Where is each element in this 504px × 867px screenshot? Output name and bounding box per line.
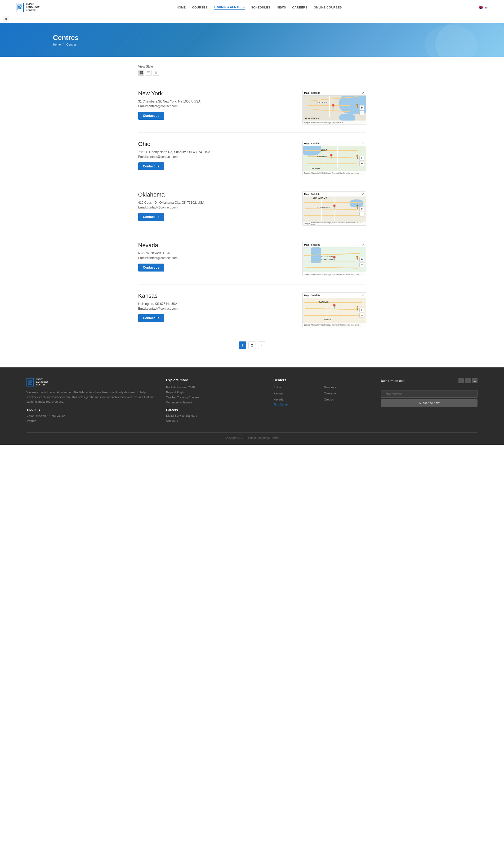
street-view-icon[interactable]: 🧍 bbox=[355, 104, 360, 108]
footer-careers-title: Careers bbox=[166, 408, 263, 412]
map-tab[interactable]: Map bbox=[304, 244, 309, 246]
footer-explore-link-1[interactable]: English Summer 2018 bbox=[166, 386, 263, 389]
footer-careers-link-2[interactable]: Our work bbox=[166, 419, 263, 422]
zoom-in-button[interactable]: + bbox=[360, 156, 364, 161]
footer-city-oregon[interactable]: Oregon bbox=[324, 398, 370, 401]
zoom-in-button[interactable]: + bbox=[360, 206, 364, 211]
svg-point-13 bbox=[156, 72, 156, 73]
subscribe-button[interactable]: Subscribe now bbox=[381, 399, 478, 407]
map-footer: Google Map data ©2018 Google, INEGI Term… bbox=[303, 222, 366, 225]
map-footer-text: Map data ©2018 Google, INEGI Terms of Us… bbox=[311, 222, 365, 225]
fullscreen-icon[interactable]: ⤢ bbox=[362, 243, 364, 246]
fullscreen-icon[interactable]: ⤢ bbox=[362, 294, 364, 297]
contact-us-button-oklahoma[interactable]: Contact us bbox=[138, 213, 164, 221]
facebook-icon[interactable]: f bbox=[459, 378, 464, 383]
logo[interactable]: SUPER LANGUAGE CENTER bbox=[16, 3, 40, 12]
footer-city-nevada[interactable]: Nevada bbox=[273, 398, 320, 401]
map-tab[interactable]: Map bbox=[304, 193, 309, 195]
footer-careers-link-1[interactable]: Digitsl Service Standard bbox=[166, 414, 263, 417]
google-plus-icon[interactable]: G bbox=[472, 378, 478, 383]
footer-explore-link-3[interactable]: Teacher Training Courses bbox=[166, 396, 263, 399]
grid-view-button[interactable] bbox=[138, 70, 144, 76]
svg-rect-2 bbox=[20, 6, 21, 7]
fullscreen-icon[interactable]: ⤢ bbox=[362, 193, 364, 195]
footer-centers-column: Centers Chicago New York Kansas Colorado… bbox=[273, 378, 370, 424]
breadcrumb: Home / Centres bbox=[53, 43, 79, 46]
footer-city-chicago[interactable]: Chicago bbox=[273, 386, 320, 389]
zoom-out-button[interactable]: − bbox=[360, 110, 364, 115]
nav-news[interactable]: NEWS bbox=[277, 6, 286, 9]
map-placeholder: KANSAS Wichita Map Satellite ⤢ 📍 🧍 + − G… bbox=[303, 293, 366, 327]
nav-schedules[interactable]: SCHEDULES bbox=[251, 6, 270, 9]
page-2-button[interactable]: 2 bbox=[248, 341, 256, 349]
map-road-v2 bbox=[337, 143, 338, 168]
svg-rect-17 bbox=[31, 381, 32, 382]
nav-online-courses[interactable]: ONLINE COURSES bbox=[314, 6, 342, 9]
zoom-out-button[interactable]: − bbox=[360, 212, 364, 216]
footer-city-colorado[interactable]: Colorado bbox=[324, 392, 370, 395]
map-tab[interactable]: Map bbox=[304, 92, 309, 94]
header: SUPER LANGUAGE CENTER HOME COURSES TRAIN… bbox=[0, 0, 504, 15]
email-subscribe-input[interactable] bbox=[381, 390, 478, 398]
centre-name: Nevada bbox=[138, 242, 292, 249]
next-page-button[interactable]: › bbox=[258, 341, 265, 349]
zoom-out-button[interactable]: − bbox=[360, 313, 364, 318]
map-view-button[interactable] bbox=[153, 70, 159, 76]
svg-rect-19 bbox=[31, 382, 32, 383]
zoom-out-button[interactable]: − bbox=[360, 262, 364, 267]
street-view-icon[interactable]: 🧍 bbox=[355, 154, 360, 159]
street-view-icon[interactable]: 🧍 bbox=[355, 306, 360, 310]
map-label-kansas: KANSAS bbox=[319, 301, 329, 303]
zoom-out-button[interactable]: − bbox=[360, 161, 364, 166]
contact-us-button-ohio[interactable]: Contact us bbox=[138, 162, 164, 170]
zoom-in-button[interactable]: + bbox=[360, 308, 364, 312]
footer-city-kansas[interactable]: Kansas bbox=[273, 392, 320, 395]
map-pin: 📍 bbox=[332, 256, 337, 261]
footer-explore-link-4[interactable]: Community Network bbox=[166, 401, 263, 404]
footer-explore-link-2[interactable]: Beyond English bbox=[166, 391, 263, 394]
footer-city-newyork[interactable]: New York bbox=[324, 386, 370, 389]
map-placeholder: OHIO Columbus Cincinnati Map Satellite ⤢… bbox=[303, 141, 366, 175]
language-selector[interactable]: 🇬🇧 en bbox=[479, 5, 488, 10]
centre-address: Hoisington, KS 67544, USA bbox=[138, 302, 292, 306]
nav-training-centres[interactable]: TRAINING CENTRES bbox=[214, 5, 245, 10]
fullscreen-icon[interactable]: ⤢ bbox=[362, 92, 364, 94]
nav-home[interactable]: HOME bbox=[176, 6, 186, 9]
settings-button[interactable]: ⚙ bbox=[3, 16, 9, 22]
social-icons: f t G bbox=[459, 378, 478, 383]
logo-text: SUPER LANGUAGE CENTER bbox=[26, 3, 40, 12]
page-1-button[interactable]: 1 bbox=[239, 341, 246, 349]
map-label-ohio: OHIO bbox=[321, 149, 328, 151]
find-center-link[interactable]: Find Center bbox=[273, 403, 370, 406]
twitter-icon[interactable]: t bbox=[465, 378, 471, 383]
fullscreen-icon[interactable]: ⤢ bbox=[362, 142, 364, 145]
street-view-icon[interactable]: 🧍 bbox=[355, 205, 360, 209]
footer-about-link-2[interactable]: Awards bbox=[26, 419, 156, 422]
centre-email: Email:contact@contact.com bbox=[138, 256, 292, 260]
map-footer-text: Map data ©2018 Google Terms of Use bbox=[311, 121, 343, 124]
nav-courses[interactable]: COURSES bbox=[192, 6, 207, 9]
list-view-button[interactable] bbox=[146, 70, 151, 76]
satellite-tab[interactable]: Satellite bbox=[311, 142, 321, 145]
map-tab[interactable]: Map bbox=[304, 294, 309, 297]
zoom-in-button[interactable]: + bbox=[360, 105, 364, 110]
footer-about-link-1[interactable]: Vision, Mission & Core Values bbox=[26, 414, 156, 417]
contact-us-button-kansas[interactable]: Contact us bbox=[138, 314, 164, 322]
nav-careers[interactable]: CAREERS bbox=[292, 6, 307, 9]
satellite-tab[interactable]: Satellite bbox=[311, 294, 321, 297]
breadcrumb-home[interactable]: Home bbox=[53, 43, 61, 46]
street-view-icon[interactable]: 🧍 bbox=[355, 256, 360, 260]
map-zoom-controls: + − bbox=[360, 308, 364, 318]
map-tab[interactable]: Map bbox=[304, 142, 309, 145]
svg-rect-6 bbox=[141, 71, 143, 73]
contact-us-button-nevada[interactable]: Contact us bbox=[138, 264, 164, 271]
settings-bar: ⚙ bbox=[0, 15, 504, 23]
main-content: View Style bbox=[133, 57, 371, 367]
satellite-tab[interactable]: Satellite bbox=[311, 244, 321, 246]
satellite-tab[interactable]: Satellite bbox=[311, 193, 321, 195]
map-zoom-controls: + − bbox=[360, 156, 364, 166]
zoom-in-button[interactable]: + bbox=[360, 257, 364, 262]
contact-us-button-ny[interactable]: Contact us bbox=[138, 112, 164, 120]
footer-about-column: SUPER LANGUAGE CENTER We are experts in … bbox=[26, 378, 156, 424]
satellite-tab[interactable]: Satellite bbox=[311, 92, 321, 94]
